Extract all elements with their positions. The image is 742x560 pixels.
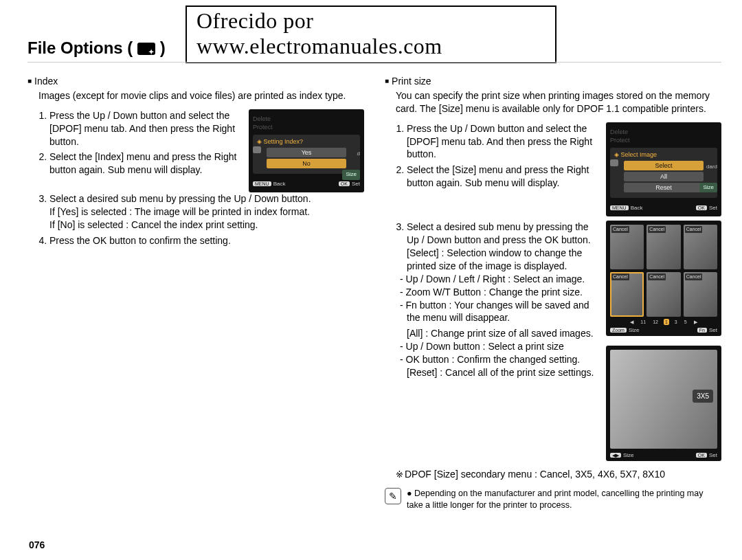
printsize-step-1: Press the Up / Down button and select th… bbox=[407, 122, 599, 161]
menu-key-icon: MENU bbox=[253, 181, 271, 186]
info-note-icon: ✎ bbox=[385, 488, 401, 504]
index-steps: Press the Up / Down button and select th… bbox=[49, 109, 242, 177]
lcd-all-size-screenshot: 3X5 ◀▶Size OKSet bbox=[606, 346, 721, 461]
column-index: ■Index Images (except for movie clips an… bbox=[27, 75, 364, 511]
playback-mode-icon bbox=[253, 146, 261, 153]
manual-page: File Options ( ) ■Index Images (except f… bbox=[27, 38, 721, 546]
printsize-intro: You can specify the print size when prin… bbox=[396, 89, 721, 115]
lcd-back-label: Back bbox=[273, 181, 286, 187]
lcd-side-text: d bbox=[357, 150, 360, 158]
column-printsize: ■Print size You can specify the print si… bbox=[385, 75, 721, 511]
ok-key-icon: OK bbox=[696, 453, 707, 458]
lcd-dim-item: Protect bbox=[610, 136, 717, 145]
info-note-text: ● Depending on the manufacturer and prin… bbox=[407, 488, 721, 511]
zoom-key-icon: Zoom bbox=[610, 328, 627, 333]
printsize-steps: Press the Up / Down button and select th… bbox=[407, 122, 599, 190]
menu-key-icon: MENU bbox=[610, 205, 629, 210]
lcd-option-all: All bbox=[624, 172, 704, 181]
select-bullet: - Zoom W/T Button : Change the print siz… bbox=[407, 286, 599, 299]
lcd-option-select: Select bbox=[624, 161, 704, 170]
lcd-option-reset: Reset bbox=[624, 183, 704, 192]
all-bullet: - OK button : Confirm the changed settin… bbox=[407, 353, 599, 366]
thumbnail: Cancel bbox=[610, 225, 644, 269]
lcd-option-no: No bbox=[267, 159, 346, 168]
lcd-set-label: Set bbox=[709, 205, 717, 211]
playback-settings-icon bbox=[137, 43, 155, 55]
thumbnail: Cancel bbox=[647, 225, 680, 269]
select-bullet: - Up / Down / Left / Right : Select an i… bbox=[407, 273, 599, 286]
printsize-step-3: Select a desired sub menu by pressing th… bbox=[407, 221, 599, 379]
lcd-dim-item: Delete bbox=[253, 115, 360, 124]
lcd-dialog-title: ◈ Select Image bbox=[614, 150, 713, 159]
size-badge: 3X5 bbox=[693, 390, 713, 403]
lcd-size-menu-screenshot: Delete Protect ◈ Select Image Select All… bbox=[606, 122, 721, 217]
size-scroll-strip: ◀ 11 12 1 3 5 ▶ bbox=[610, 318, 717, 325]
lcd-dialog-title: ◈ Setting Index? bbox=[257, 137, 356, 146]
playback-mode-icon bbox=[610, 159, 618, 166]
select-bullet: - Fn button : Your changes will be saved… bbox=[407, 299, 599, 325]
lcd-select-image-screenshot: Cancel Cancel Cancel Cancel Cancel Cance… bbox=[606, 221, 721, 336]
secondary-menu-note: ※DPOF [Size] secondary menu : Cancel, 3X… bbox=[396, 468, 721, 481]
index-intro: Images (except for movie clips and voice… bbox=[38, 89, 364, 102]
info-note: ✎ ● Depending on the manufacturer and pr… bbox=[385, 488, 721, 511]
thumbnail: Cancel bbox=[684, 272, 717, 317]
index-steps-cont: Select a desired sub menu by pressing th… bbox=[49, 192, 364, 247]
lcd-index-screenshot: Delete Protect ◈ Setting Index? Yes No d… bbox=[249, 109, 364, 192]
lcd-size-tag: Size bbox=[699, 183, 717, 193]
index-step3-yes: If [Yes] is selected : The image will be… bbox=[49, 205, 364, 219]
all-bullet: - Up / Down button : Select a print size bbox=[407, 340, 599, 353]
page-title: File Options ( ) bbox=[27, 38, 721, 58]
lcd-dim-item: Delete bbox=[610, 128, 717, 137]
lcd-dialog: ◈ Setting Index? Yes No bbox=[253, 135, 360, 174]
index-step-2: Select the [Index] menu and press the Ri… bbox=[49, 150, 242, 177]
ok-key-icon: OK bbox=[696, 205, 707, 210]
thumbnail: Cancel bbox=[684, 225, 717, 269]
page-number: 076 bbox=[29, 539, 45, 550]
all-option-desc: [All] : Change print size of all saved i… bbox=[407, 327, 599, 340]
ok-key-icon: OK bbox=[339, 181, 350, 186]
title-divider bbox=[27, 62, 721, 63]
square-bullet-icon: ■ bbox=[27, 77, 32, 85]
index-heading-text: Index bbox=[34, 76, 58, 87]
lcd-footer: ◀▶Size OKSet bbox=[610, 452, 717, 460]
lcd-set-label: Set bbox=[352, 181, 360, 187]
printsize-step-2: Select the [Size] menu and press the Rig… bbox=[407, 164, 599, 190]
index-step-3: Select a desired sub menu by pressing th… bbox=[49, 192, 364, 232]
printsize-steps-cont: Select a desired sub menu by pressing th… bbox=[407, 221, 599, 379]
lcd-dim-item: Protect bbox=[253, 123, 360, 132]
index-step-1: Press the Up / Down button and select th… bbox=[49, 109, 242, 148]
lcd-option-yes: Yes bbox=[267, 148, 346, 157]
page-title-close: ) bbox=[160, 38, 166, 57]
arrows-key-icon: ◀▶ bbox=[610, 453, 621, 458]
lcd-size-tag: Size bbox=[342, 170, 360, 180]
lcd-back-label: Back bbox=[631, 205, 643, 211]
index-step3-no: If [No] is selected : Cancel the index p… bbox=[49, 219, 364, 232]
thumbnail-selected: Cancel bbox=[610, 272, 644, 317]
printsize-heading-text: Print size bbox=[392, 76, 431, 87]
lcd-side-text: dard bbox=[706, 164, 717, 171]
thumbnail: Cancel bbox=[647, 272, 680, 317]
page-title-text: File Options ( bbox=[27, 38, 133, 57]
lcd-footer: MENUBack OKSet bbox=[610, 202, 717, 212]
reference-mark-icon: ※ bbox=[396, 469, 403, 480]
select-option-desc: [Select] : Selection window to change th… bbox=[407, 247, 599, 273]
index-step-4: Press the OK button to confirm the setti… bbox=[49, 234, 364, 247]
index-heading: ■Index bbox=[27, 75, 364, 88]
lcd-footer: ZoomSize FnSet bbox=[610, 327, 717, 335]
lcd-footer: MENUBack OKSet bbox=[253, 178, 360, 188]
fn-key-icon: Fn bbox=[697, 328, 707, 333]
reset-option-desc: [Reset] : Cancel all of the print size s… bbox=[407, 366, 599, 379]
square-bullet-icon: ■ bbox=[385, 77, 389, 85]
printsize-heading: ■Print size bbox=[385, 75, 721, 88]
photo-preview: 3X5 bbox=[610, 350, 717, 449]
